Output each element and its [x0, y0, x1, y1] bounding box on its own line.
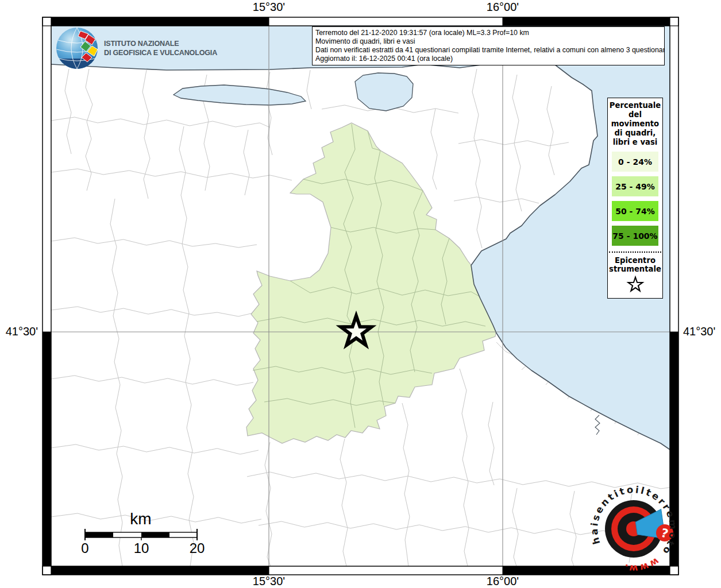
- legend-swatch-label: 50 - 74%: [615, 207, 655, 216]
- event-info-box: Terremoto del 21-12-2020 19:31:57 (ora l…: [312, 26, 665, 65]
- epicenter-star-icon: [626, 275, 645, 293]
- info-line-effect: Movimento di quadri, libri e vasi: [315, 37, 661, 46]
- legend-swatch-label: 0 - 24%: [618, 157, 652, 167]
- info-line-source: Dati non verificati estratti da 41 quest…: [315, 46, 661, 55]
- watermark-www: www.: [622, 556, 661, 574]
- legend-title-line: del: [608, 110, 662, 119]
- ingv-name-line2: DI GEOFISICA E VULCANOLOGIA: [104, 48, 217, 57]
- legend-swatch-25-49: 25 - 49%: [612, 176, 658, 196]
- grid-label-left: 41°30': [0, 325, 38, 338]
- legend-swatch-label: 25 - 49%: [615, 182, 655, 191]
- legend: Percentuale del movimento di quadri, lib…: [607, 98, 663, 299]
- legend-swatch-50-74: 50 - 74%: [612, 201, 658, 221]
- scale-bar-unit: km: [130, 510, 151, 528]
- legend-title-line: libri e vasi: [608, 138, 662, 147]
- haisentitoilterremoto-logo: ? haisentitoilterremoto.it www.: [583, 478, 684, 579]
- info-line-updated: Aggiornato il: 16-12-2025 00:41 (ora loc…: [315, 55, 661, 63]
- ingv-logo-text: ISTITUTO NAZIONALE DI GEOFISICA E VULCAN…: [104, 39, 217, 57]
- watermark-arc-www: www.: [622, 556, 661, 574]
- grid-label-right: 41°30': [683, 325, 715, 338]
- legend-swatch-0-24: 0 - 24%: [612, 152, 658, 172]
- grid-label-bottom-left: 15°30': [253, 575, 285, 588]
- grid-label-top-right: 16°00': [487, 1, 519, 14]
- grid-label-bottom-right: 16°00': [487, 575, 519, 588]
- legend-title-line: di quadri,: [608, 129, 662, 138]
- scale-label-10: 10: [134, 540, 149, 556]
- legend-title-line: movimento: [608, 119, 662, 129]
- legend-title-line: Percentuale: [608, 101, 662, 110]
- ingv-name-line1: ISTITUTO NAZIONALE: [104, 39, 217, 48]
- grid-label-top-left: 15°30': [253, 1, 285, 14]
- ingv-globe-icon: [55, 26, 99, 70]
- legend-epicenter-label: Epicentro: [608, 256, 662, 265]
- scale-label-20: 20: [190, 540, 205, 556]
- scale-label-0: 0: [81, 540, 88, 556]
- ingv-logo: ISTITUTO NAZIONALE DI GEOFISICA E VULCAN…: [55, 26, 217, 70]
- haisentito-bullseye-icon: ? haisentitoilterremoto.it www.: [583, 478, 684, 579]
- legend-divider: [609, 252, 661, 253]
- legend-swatch-label: 75 - 100%: [612, 231, 657, 241]
- info-line-event: Terremoto del 21-12-2020 19:31:57 (ora l…: [315, 29, 661, 37]
- felt-earthquake-map: km 0 10 20: [0, 0, 721, 588]
- legend-epicenter-label: strumentale: [608, 265, 662, 273]
- legend-swatch-75-100: 75 - 100%: [612, 226, 658, 246]
